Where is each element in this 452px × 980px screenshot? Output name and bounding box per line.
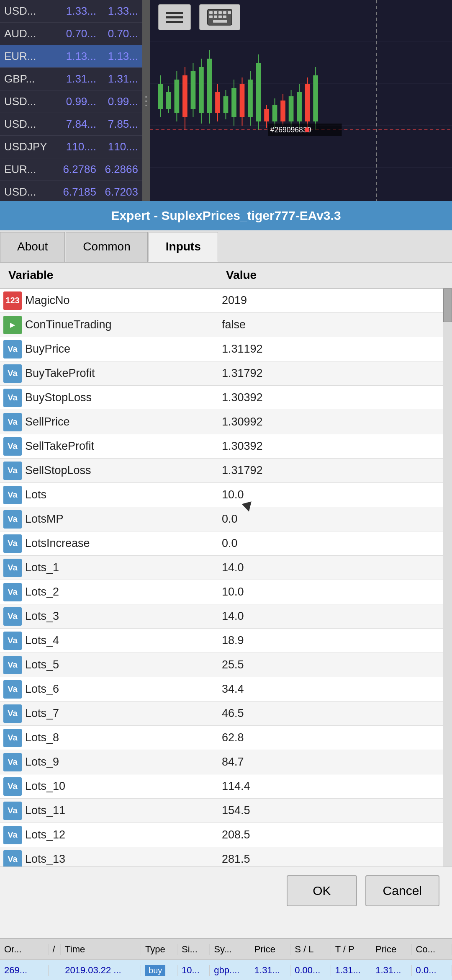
tabs-bar: About Common Inputs [0, 230, 452, 263]
table-row[interactable]: Va Lots_10 114.4 [0, 774, 452, 799]
taskbar-col-type: Type [141, 944, 177, 955]
table-row[interactable]: Va Lots_4 18.9 [0, 629, 452, 653]
row-value: 1.30992 [222, 415, 452, 428]
symbol-ask: 6.2866 [96, 163, 138, 176]
symbol-bid: 1.31... [54, 72, 96, 85]
svg-rect-10 [214, 15, 217, 18]
scrollbar-thumb[interactable] [443, 289, 452, 322]
row-value: 1.31192 [222, 343, 452, 356]
table-row[interactable]: Va Lots_5 25.5 [0, 653, 452, 677]
symbol-row[interactable]: USDJPY 110.... 110.... [0, 136, 142, 158]
row-value: 1.30392 [222, 440, 452, 453]
table-row[interactable]: Va Lots_11 154.5 [0, 799, 452, 823]
symbol-row[interactable]: EUR... 6.2786 6.2866 [0, 158, 142, 181]
taskbar-cell-sl: 0.00... [290, 965, 331, 976]
symbol-row[interactable]: USD... 1.33... 1.33... [0, 0, 142, 23]
symbol-row[interactable]: EUR... 1.13... 1.13... [0, 45, 142, 68]
symbol-row[interactable]: GBP... 1.31... 1.31... [0, 68, 142, 90]
svg-rect-7 [223, 11, 226, 14]
symbol-name: USD... [4, 118, 54, 131]
symbol-row[interactable]: USD... 6.7185 6.7203 [0, 181, 142, 201]
table-row[interactable]: Va Lots_13 281.5 [0, 847, 452, 867]
table-row[interactable]: Va Lots_1 14.0 [0, 556, 452, 580]
table-row[interactable]: Va BuyPrice 1.31192 [0, 337, 452, 361]
symbol-name: USD... [4, 5, 54, 18]
symbol-name: EUR... [4, 163, 54, 176]
symbol-bid: 0.70... [54, 27, 96, 40]
hamburger-menu-button[interactable] [158, 4, 191, 30]
table-row[interactable]: Va SellPrice 1.30992 [0, 410, 452, 434]
row-value: 0.0 [222, 537, 452, 550]
table-row[interactable]: Va Lots_7 46.5 [0, 701, 452, 726]
row-variable: Lots_4 [25, 634, 222, 647]
cancel-button[interactable]: Cancel [365, 875, 439, 906]
taskbar-col-price: Price [250, 944, 290, 955]
table-row[interactable]: Va BuyTakeProfit 1.31792 [0, 361, 452, 386]
table-row[interactable]: Va Lots_12 208.5 [0, 823, 452, 847]
table-row[interactable]: Va LotsIncrease 0.0 [0, 531, 452, 556]
taskbar-col-comment: Co... [412, 944, 452, 955]
expert-dialog-title: Expert - SuplexPrices_tiger777-EAv3.3 [0, 201, 452, 230]
taskbar-cell-type: buy [141, 965, 177, 976]
row-icon-var: Va [3, 680, 22, 699]
row-icon-var: Va [3, 704, 22, 723]
row-variable: ConTinueTrading [25, 318, 222, 331]
table-row[interactable]: Va Lots_3 14.0 [0, 604, 452, 629]
svg-rect-2 [166, 21, 183, 23]
svg-rect-11 [218, 15, 222, 18]
table-row[interactable]: Va Lots 10.0 [0, 483, 452, 507]
svg-rect-1 [166, 16, 183, 18]
taskbar-cell-current: 1.31... [371, 965, 411, 976]
trading-panel: USD... 1.33... 1.33... AUD... 0.70... 0.… [0, 0, 452, 201]
row-variable: Lots_1 [25, 561, 222, 574]
row-variable: Lots_5 [25, 658, 222, 671]
symbol-ask: 0.70... [96, 27, 138, 40]
row-value: 1.30392 [222, 391, 452, 404]
table-row[interactable]: Va Lots_6 34.4 [0, 677, 452, 701]
symbol-ask: 110.... [96, 140, 138, 153]
symbol-row[interactable]: AUD... 0.70... 0.70... [0, 23, 142, 45]
taskbar-col-tp: T / P [331, 944, 371, 955]
symbol-bid: 6.7185 [54, 186, 96, 199]
keyboard-button[interactable] [199, 4, 240, 30]
row-variable: Lots_10 [25, 780, 222, 793]
row-value: 0.0 [222, 513, 452, 526]
buy-badge: buy [145, 965, 165, 976]
table-scrollbar[interactable] [443, 289, 452, 867]
row-value: 281.5 [222, 853, 452, 866]
row-icon-var: Va [3, 656, 22, 674]
row-value: 1.31792 [222, 464, 452, 477]
tab-about[interactable]: About [0, 232, 65, 262]
table-row[interactable]: 123 MagicNo 2019 [0, 289, 452, 313]
svg-rect-5 [214, 11, 217, 14]
row-variable: MagicNo [25, 294, 222, 307]
table-row[interactable]: Va SellTakeProfit 1.30392 [0, 434, 452, 459]
table-row[interactable]: ▶ ConTinueTrading false [0, 313, 452, 337]
taskbar-cell-symbol: gbp.... [210, 965, 250, 976]
chart-toolbar [158, 4, 240, 30]
table-row[interactable]: Va SellStopLoss 1.31792 [0, 459, 452, 483]
symbol-row[interactable]: USD... 0.99... 0.99... [0, 90, 142, 113]
symbol-name: USD... [4, 186, 54, 199]
row-variable: Lots_12 [25, 828, 222, 841]
svg-rect-4 [209, 11, 213, 14]
taskbar-cell-price: 1.31... [250, 965, 290, 976]
taskbar-header: Or... / Time Type Si... Sy... Price S / … [0, 939, 452, 960]
row-variable: BuyTakeProfit [25, 367, 222, 380]
tab-common[interactable]: Common [66, 232, 148, 262]
table-row[interactable]: Va Lots_2 10.0 [0, 580, 452, 604]
tab-inputs[interactable]: Inputs [149, 232, 218, 262]
table-row[interactable]: Va Lots_8 62.8 [0, 726, 452, 750]
row-icon-var: Va [3, 364, 22, 383]
ok-button[interactable]: OK [287, 875, 357, 906]
row-icon-var: Va [3, 802, 22, 820]
table-row[interactable]: Va Lots_9 84.7 [0, 750, 452, 774]
table-row[interactable]: Va BuyStopLoss 1.30392 [0, 386, 452, 410]
row-value: 114.4 [222, 780, 452, 793]
symbol-ask: 6.7203 [96, 186, 138, 199]
row-value: false [222, 318, 452, 331]
table-row[interactable]: Va LotsMP 0.0 [0, 507, 452, 531]
symbol-ask: 1.13... [96, 50, 138, 63]
symbol-row[interactable]: USD... 7.84... 7.85... [0, 113, 142, 136]
row-variable: SellTakeProfit [25, 440, 222, 453]
